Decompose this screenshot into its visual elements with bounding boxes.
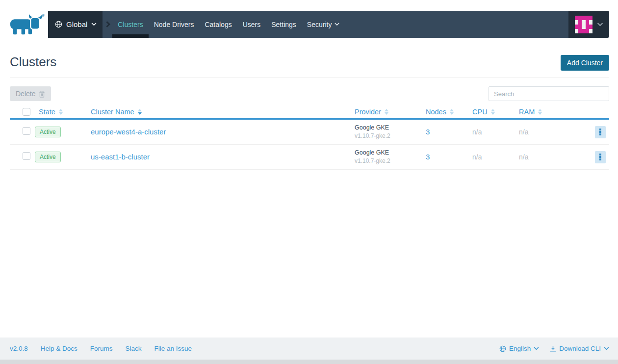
breadcrumb-arrow-icon bbox=[104, 21, 110, 27]
nodes-count-link[interactable]: 3 bbox=[426, 153, 430, 161]
add-cluster-button[interactable]: Add Cluster bbox=[561, 55, 609, 71]
cpu-value: n/a bbox=[472, 128, 482, 136]
chevron-down-icon bbox=[604, 347, 609, 350]
row-checkbox[interactable] bbox=[23, 152, 30, 160]
user-menu[interactable] bbox=[568, 11, 609, 38]
delete-button-label: Delete bbox=[16, 90, 35, 98]
footer-links: v2.0.8 Help & Docs Forums Slack File an … bbox=[10, 345, 192, 352]
search-input[interactable] bbox=[489, 86, 609, 101]
sort-icon[interactable] bbox=[138, 109, 142, 115]
chevron-down-icon bbox=[534, 347, 539, 350]
provider-cell: Google GKE v1.10.7-gke.2 bbox=[355, 148, 426, 166]
nav-item-catalogs[interactable]: Catalogs bbox=[199, 11, 237, 38]
select-all-checkbox[interactable] bbox=[23, 108, 30, 116]
chevron-down-icon bbox=[597, 23, 603, 26]
top-navbar: Global Clusters Node Drivers Catalogs Us… bbox=[48, 11, 609, 38]
table-header: State Cluster Name Provider Nodes CPU RA… bbox=[10, 105, 609, 120]
column-header-nodes[interactable]: Nodes bbox=[426, 108, 472, 116]
help-docs-link[interactable]: Help & Docs bbox=[41, 345, 77, 352]
version-link[interactable]: v2.0.8 bbox=[10, 345, 28, 352]
sort-icon[interactable] bbox=[491, 109, 495, 115]
ram-value: n/a bbox=[519, 153, 528, 161]
download-icon bbox=[550, 345, 556, 352]
language-selector[interactable]: English bbox=[499, 345, 539, 352]
provider-cell: Google GKE v1.10.7-gke.2 bbox=[355, 123, 426, 141]
globe-icon bbox=[55, 21, 62, 28]
nav-item-security[interactable]: Security bbox=[302, 11, 345, 38]
nav-item-clusters[interactable]: Clusters bbox=[112, 11, 148, 38]
avatar bbox=[575, 16, 592, 33]
row-actions-button[interactable] bbox=[595, 126, 606, 138]
row-checkbox[interactable] bbox=[23, 127, 30, 135]
column-header-ram[interactable]: RAM bbox=[519, 108, 585, 116]
cpu-value: n/a bbox=[472, 153, 482, 161]
nav-item-users[interactable]: Users bbox=[237, 11, 266, 38]
chevron-down-icon bbox=[335, 23, 339, 26]
table-row: Active us-east1-b-cluster Google GKE v1.… bbox=[10, 145, 609, 170]
language-label: English bbox=[509, 345, 531, 352]
slack-link[interactable]: Slack bbox=[126, 345, 142, 352]
column-header-cluster-name[interactable]: Cluster Name bbox=[91, 108, 355, 116]
rancher-bull-icon: ® bbox=[10, 13, 46, 35]
table-row: Active europe-west4-a-cluster Google GKE… bbox=[10, 120, 609, 145]
provider-name: Google GKE bbox=[355, 123, 426, 132]
globe-icon bbox=[499, 345, 506, 352]
forums-link[interactable]: Forums bbox=[90, 345, 113, 352]
trash-icon bbox=[39, 90, 45, 98]
ram-value: n/a bbox=[519, 128, 528, 136]
chevron-down-icon bbox=[91, 23, 97, 26]
column-header-cpu[interactable]: CPU bbox=[472, 108, 519, 116]
file-issue-link[interactable]: File an Issue bbox=[154, 345, 192, 352]
svg-text:®: ® bbox=[42, 14, 45, 17]
status-badge: Active bbox=[35, 152, 61, 162]
provider-version: v1.10.7-gke.2 bbox=[355, 132, 426, 140]
nav-item-node-drivers[interactable]: Node Drivers bbox=[149, 11, 200, 38]
sort-icon[interactable] bbox=[538, 109, 542, 115]
sort-icon[interactable] bbox=[385, 109, 388, 115]
download-cli-menu[interactable]: Download CLI bbox=[550, 345, 609, 352]
status-badge: Active bbox=[35, 127, 61, 137]
kebab-icon bbox=[599, 154, 601, 156]
cluster-name-link[interactable]: us-east1-b-cluster bbox=[91, 153, 150, 161]
header-divider bbox=[10, 78, 609, 78]
provider-name: Google GKE bbox=[355, 148, 426, 157]
rancher-logo[interactable]: ® bbox=[10, 13, 46, 35]
column-header-state[interactable]: State bbox=[32, 108, 91, 116]
kebab-icon bbox=[599, 129, 601, 130]
nodes-count-link[interactable]: 3 bbox=[426, 128, 430, 136]
column-header-provider[interactable]: Provider bbox=[355, 108, 426, 116]
nav-menu: Clusters Node Drivers Catalogs Users Set… bbox=[112, 11, 345, 38]
environment-selector[interactable]: Global bbox=[48, 11, 103, 38]
row-actions-button[interactable] bbox=[595, 151, 606, 163]
cluster-name-link[interactable]: europe-west4-a-cluster bbox=[91, 128, 166, 136]
nav-item-settings[interactable]: Settings bbox=[266, 11, 302, 38]
sort-icon[interactable] bbox=[450, 109, 454, 115]
provider-version: v1.10.7-gke.2 bbox=[355, 157, 426, 165]
download-cli-label: Download CLI bbox=[559, 345, 601, 352]
clusters-table: State Cluster Name Provider Nodes CPU RA… bbox=[10, 105, 609, 170]
delete-button[interactable]: Delete bbox=[10, 86, 51, 101]
environment-label: Global bbox=[66, 20, 87, 28]
sort-icon[interactable] bbox=[59, 109, 63, 115]
footer: v2.0.8 Help & Docs Forums Slack File an … bbox=[0, 338, 618, 364]
page-title: Clusters bbox=[10, 54, 56, 70]
